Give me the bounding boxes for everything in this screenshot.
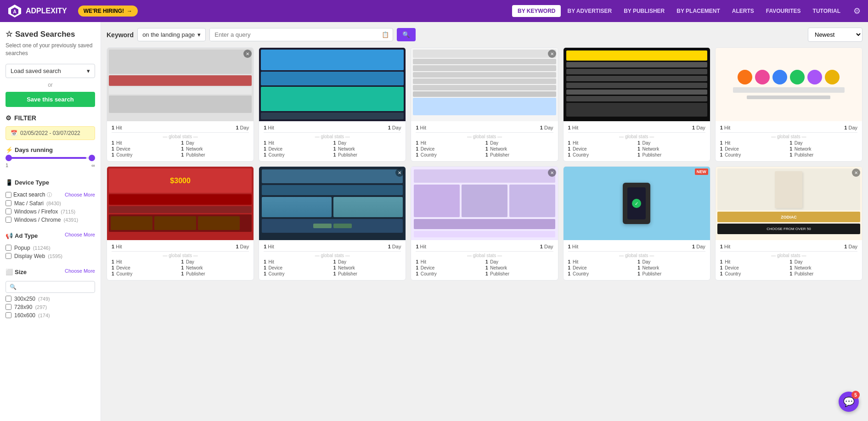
ad-thumbnail (716, 48, 862, 121)
ad-thumbnail: ✕ (411, 48, 558, 121)
sort-dropdown[interactable]: Newest Oldest Most Popular (808, 28, 862, 42)
choose-more-adtype[interactable]: Choose More (65, 232, 95, 237)
size-label: ⬜ Size (6, 269, 27, 275)
device-windows-firefox[interactable]: Windows / Firefox (7115) (6, 208, 95, 215)
ad-card[interactable]: ✕ 1 Hit 1 Day — global stats — 1 Hit 1 D… (107, 47, 254, 162)
main-content: Keyword on the landing page ▾ 📋 🔍 Newest… (101, 22, 868, 421)
nav-by-placement[interactable]: BY PLACEMENT (671, 5, 725, 17)
size-section: ⬜ Size Choose More (6, 264, 95, 278)
ad-thumbnail: ✓ NEW (564, 167, 710, 240)
days-running-label: ⚡ Days running (6, 146, 95, 153)
ad-thumbnail (564, 48, 710, 121)
filter-icon: ⚙ (6, 114, 11, 122)
ad-thumbnail: ✕ (411, 167, 558, 240)
ad-thumbnail: ✕ (107, 48, 254, 121)
load-saved-search-button[interactable]: Load saved search ▾ (6, 64, 95, 78)
ad-info: 1 Hit 1 Day — global stats — 1 Hit 1 Day… (259, 240, 406, 280)
ad-close-button[interactable]: ✕ (548, 50, 556, 58)
search-go-button[interactable]: 🔍 (397, 28, 416, 41)
device-mac-safari[interactable]: Mac / Safari (8430) (6, 200, 95, 207)
ads-grid: ✕ 1 Hit 1 Day — global stats — 1 Hit 1 D… (107, 47, 862, 281)
calendar-icon: 📅 (11, 130, 17, 136)
ad-card[interactable]: ✕ 1 Hit 1 Day — global stats — 1 Hit 1 D… (411, 47, 558, 162)
adtype-display-web[interactable]: Display Web (1595) (6, 253, 95, 259)
size-search-input[interactable] (6, 281, 95, 293)
date-filter[interactable]: 📅 02/05/2022 - 03/07/2022 (6, 126, 95, 140)
hiring-badge[interactable]: WE'RE HIRING! → (78, 6, 138, 17)
search-bar: Keyword on the landing page ▾ 📋 🔍 Newest… (107, 28, 862, 42)
topnav: A ADPLEXITY WE'RE HIRING! → BY KEYWORD B… (0, 0, 868, 22)
svg-text:A: A (13, 9, 16, 14)
device-type-section: 📱 Device Type (6, 174, 95, 189)
chat-bubble-button[interactable]: 💬 5 (839, 392, 859, 412)
ad-card[interactable]: 1 Hit 1 Day — global stats — 1 Hit 1 Day… (563, 47, 710, 162)
nav-by-keyword[interactable]: BY KEYWORD (512, 5, 561, 17)
sidebar-subtitle: Select one of your previously saved sear… (6, 42, 95, 57)
ad-card[interactable]: 1 Hit 1 Day — global stats — 1 Hit 1 Day… (715, 47, 862, 162)
search-input[interactable] (210, 28, 378, 41)
nav-by-publisher[interactable]: BY PUBLISHER (618, 5, 670, 17)
ad-card[interactable]: 1 Hit 1 Day — global stats — 1 Hit 1 Day… (259, 47, 406, 162)
ad-close-button[interactable]: ✕ (852, 168, 860, 177)
ad-info: 1 Hit 1 Day — global stats — 1 Hit 1 Day… (716, 121, 862, 161)
filter-header: ⚙ FILTER (6, 114, 95, 122)
nav-tutorial[interactable]: TUTORIAL (807, 5, 846, 17)
keyword-dropdown[interactable]: on the landing page ▾ (137, 28, 206, 41)
ad-info: 1 Hit 1 Day — global stats — 1 Hit 1 Day… (107, 240, 254, 280)
choose-more-device[interactable]: Choose More (65, 192, 95, 197)
ad-info: 1 Hit 1 Day — global stats — 1 Hit 1 Day… (564, 240, 710, 280)
size-300x250[interactable]: 300x250 (749) (6, 296, 95, 302)
settings-icon[interactable]: ⚙ (853, 6, 861, 16)
ad-thumbnail: ZODIAC CHOOSE FROM OVER 50 ✕ (716, 167, 862, 240)
device-type-label: 📱 Device Type (6, 179, 49, 186)
logo-text: ADPLEXITY (26, 7, 67, 15)
info-icon: ⓘ (47, 191, 52, 198)
logo: A ADPLEXITY (7, 4, 67, 18)
slider-thumb-right[interactable] (89, 155, 95, 161)
dropdown-chevron-icon: ▾ (197, 31, 201, 38)
nav-favourites[interactable]: FAVOURITES (761, 5, 806, 17)
ad-info: 1 Hit 1 Day — global stats — 1 Hit 1 Day… (564, 121, 710, 161)
nav-alerts[interactable]: ALERTS (727, 5, 760, 17)
save-search-button[interactable]: Save this search (6, 92, 95, 107)
size-list: 300x250 (749) 728x90 (297) 160x600 (174) (6, 296, 95, 320)
ad-thumbnail: ✕ (259, 167, 406, 240)
slider-thumb-left[interactable] (6, 155, 12, 161)
ad-type-section: 📢 Ad Type Choose More (6, 228, 95, 242)
adtype-popup[interactable]: Popup (11246) (6, 245, 95, 251)
ad-info: 1 Hit 1 Day — global stats — 1 Hit 1 Day… (411, 121, 558, 161)
ad-card[interactable]: ✕ 1 Hit 1 Day — global stats — 1 Hit 1 D… (411, 166, 558, 281)
choose-more-size[interactable]: Choose More (65, 268, 95, 274)
size-160x600[interactable]: 160x600 (174) (6, 312, 95, 319)
ad-card[interactable]: $3000 1 Hit 1 Day (107, 166, 254, 281)
ad-info: 1 Hit 1 Day — global stats — 1 Hit 1 Day… (259, 121, 406, 161)
ad-thumbnail (259, 48, 406, 121)
nav-by-advertiser[interactable]: BY ADVERTISER (562, 5, 617, 17)
chevron-down-icon: ▾ (87, 67, 90, 74)
ad-info: 1 Hit 1 Day — global stats — 1 Hit 1 Day… (716, 240, 862, 280)
sidebar-title: ☆ Saved Searches (6, 29, 95, 39)
ad-card[interactable]: ✕ 1 Hit 1 Day — global stats — 1 Hit 1 D… (259, 166, 406, 281)
days-running-slider[interactable]: 1 ∞ (6, 157, 95, 168)
nav-links: BY KEYWORD BY ADVERTISER BY PUBLISHER BY… (512, 5, 846, 17)
ad-card[interactable]: ✓ NEW 1 Hit 1 Day — global stats — 1 Hit… (563, 166, 710, 281)
keyword-label: Keyword (107, 31, 134, 39)
ad-thumbnail: $3000 (107, 167, 254, 240)
exact-search-checkbox[interactable] (6, 192, 11, 198)
sidebar: ☆ Saved Searches Select one of your prev… (0, 22, 101, 421)
exact-search-label: Exact search (13, 191, 45, 198)
ad-close-button[interactable]: ✕ (548, 168, 556, 177)
device-windows-chrome[interactable]: Windows / Chrome (4391) (6, 217, 95, 223)
or-divider: or (6, 82, 95, 88)
ad-card[interactable]: ZODIAC CHOOSE FROM OVER 50 ✕ 1 Hit 1 Day… (715, 166, 862, 281)
size-728x90[interactable]: 728x90 (297) (6, 304, 95, 310)
logo-icon: A (7, 4, 22, 18)
ad-info: 1 Hit 1 Day — global stats — 1 Hit 1 Day… (411, 240, 558, 280)
clipboard-icon[interactable]: 📋 (378, 28, 393, 41)
ad-type-label: 📢 Ad Type (6, 232, 38, 239)
chat-notification-badge: 5 (851, 391, 860, 399)
search-input-wrap: 📋 (209, 28, 393, 41)
ad-info: 1 Hit 1 Day — global stats — 1 Hit 1 Day… (107, 121, 254, 161)
